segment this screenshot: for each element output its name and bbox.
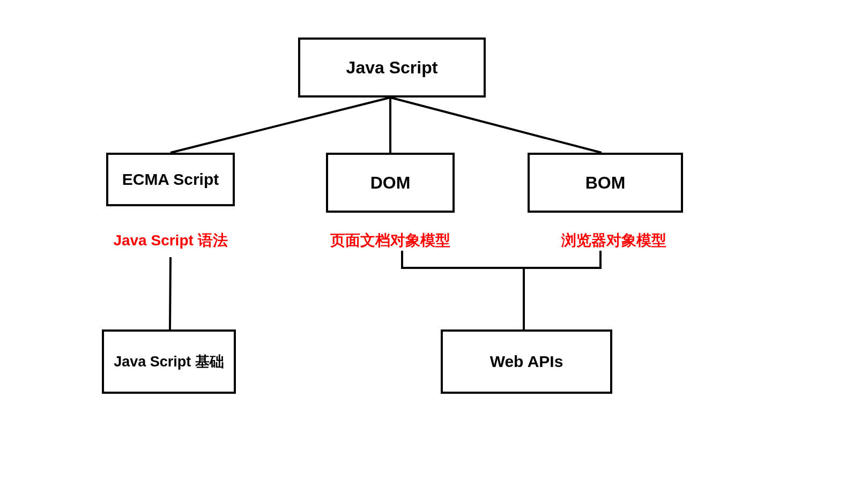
- caption-ecma: Java Script 语法: [106, 230, 235, 251]
- caption-bom: 浏览器对象模型: [552, 230, 676, 251]
- svg-line-0: [170, 98, 390, 153]
- caption-dom: 页面文档对象模型: [326, 230, 455, 251]
- node-js-basics-label: Java Script 基础: [114, 352, 224, 371]
- node-bom-label: BOM: [585, 173, 626, 193]
- node-js-basics: Java Script 基础: [102, 329, 236, 394]
- node-bom: BOM: [528, 153, 683, 213]
- svg-line-3: [170, 257, 170, 329]
- node-ecma: ECMA Script: [106, 153, 235, 206]
- node-web-apis: Web APIs: [441, 329, 612, 394]
- caption-ecma-text: Java Script 语法: [113, 232, 227, 249]
- node-dom-label: DOM: [370, 173, 411, 193]
- node-root-label: Java Script: [346, 58, 438, 78]
- svg-line-2: [390, 98, 602, 153]
- caption-dom-text: 页面文档对象模型: [330, 232, 450, 249]
- node-ecma-label: ECMA Script: [122, 170, 219, 189]
- node-root: Java Script: [298, 38, 486, 98]
- node-web-apis-label: Web APIs: [490, 353, 563, 371]
- caption-bom-text: 浏览器对象模型: [561, 232, 666, 249]
- node-dom: DOM: [326, 153, 455, 213]
